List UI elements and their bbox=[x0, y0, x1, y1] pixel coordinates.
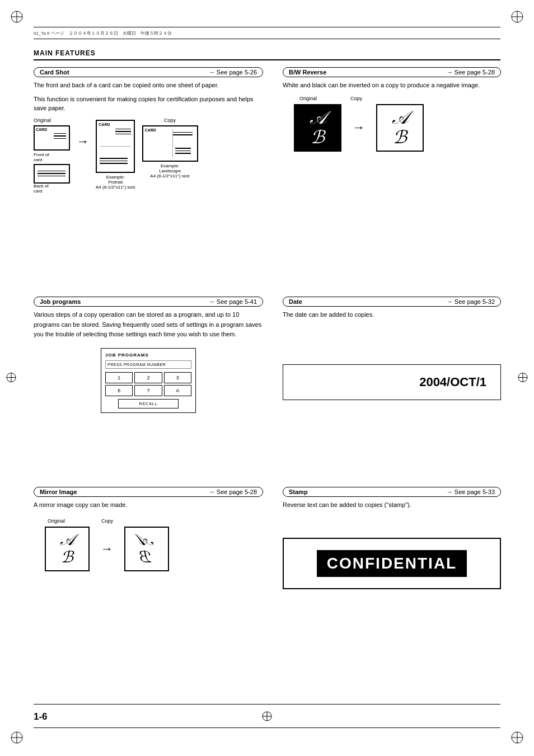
card-back bbox=[34, 164, 70, 184]
mirror-original-image: 𝒜 ℬ bbox=[45, 527, 90, 571]
mirror-image-title-bar: Mirror Image → See page 5-28 bbox=[34, 487, 263, 497]
card-shot-feature: Card Shot → See page 5-26 The front and … bbox=[34, 67, 263, 194]
job-programs-feature: Job programs → See page 5-41 Various ste… bbox=[34, 297, 263, 413]
copy-label-landscape: Copy bbox=[164, 118, 176, 123]
page-container: 01_Ta 6 ページ ２００４年１０月２６日 火曜日 午後５時２４分 MAIN… bbox=[0, 0, 534, 756]
card-shot-title-bar: Card Shot → See page 5-26 bbox=[34, 67, 263, 77]
jp-btn-7[interactable]: 7 bbox=[134, 385, 162, 396]
bw-reverse-desc: White and black can be inverted on a cop… bbox=[283, 81, 501, 90]
mirror-orig-b: ℬ bbox=[61, 549, 73, 566]
job-programs-title-bar: Job programs → See page 5-41 bbox=[34, 297, 263, 307]
jp-btn-1[interactable]: 1 bbox=[105, 372, 133, 383]
job-programs-page-ref: → See page 5-41 bbox=[209, 298, 257, 305]
card-shot-desc1: The front and back of a card can be copi… bbox=[34, 81, 263, 90]
section-title: MAIN FEATURES bbox=[34, 49, 96, 57]
side-mark-left bbox=[6, 372, 17, 384]
bw-copy-a: 𝒜 bbox=[392, 108, 408, 128]
mirror-copy-b: ℬ bbox=[140, 549, 153, 566]
corner-mark-br bbox=[510, 731, 524, 746]
card-shot-diagram: Original CARD Front ofcard bbox=[34, 118, 263, 194]
date-title: Date bbox=[289, 298, 302, 305]
job-programs-title: Job programs bbox=[40, 298, 81, 305]
mirror-image-desc: A mirror image copy can be made. bbox=[34, 500, 263, 510]
bw-copy-label: Copy bbox=[350, 96, 362, 101]
header-bar: 01_Ta 6 ページ ２００４年１０月２６日 火曜日 午後５時２４分 bbox=[34, 27, 500, 39]
job-programs-screen: JOB PROGRAMS PRESS PROGRAM NUMBER 1 2 3 … bbox=[101, 348, 196, 413]
example-landscape: Example:LandscapeA4 (8-1/2"x11") size bbox=[150, 163, 190, 179]
original-label: Original bbox=[34, 118, 51, 123]
section-divider bbox=[34, 59, 500, 60]
jp-btn-3[interactable]: 3 bbox=[164, 372, 191, 383]
bw-copy-image: 𝒜 ℬ bbox=[376, 104, 424, 152]
bw-reverse-title: B/W Reverse bbox=[289, 69, 326, 76]
stamp-title: Stamp bbox=[289, 489, 308, 495]
mirror-copy-label: Copy bbox=[101, 518, 113, 524]
bw-images: 𝒜 ℬ → 𝒜 ℬ bbox=[283, 104, 501, 152]
stamp-page-ref: → See page 5-33 bbox=[447, 489, 495, 495]
arrow-to-copy: → bbox=[77, 118, 89, 149]
copy-portrait-card: CARD bbox=[96, 120, 135, 173]
jp-recall-btn[interactable]: RECALL bbox=[118, 399, 179, 408]
job-programs-desc: Various steps of a copy operation can be… bbox=[34, 310, 263, 340]
bw-original-a: 𝒜 bbox=[310, 108, 326, 128]
date-feature: Date → See page 5-32 The date can be add… bbox=[283, 297, 501, 400]
mirror-images: 𝒜 ℬ → 𝒜 ℬ bbox=[34, 527, 263, 571]
mirror-labels: Original Copy bbox=[34, 518, 263, 524]
card-shot-page-ref: → See page 5-26 bbox=[209, 69, 257, 76]
corner-mark-bl bbox=[10, 731, 24, 746]
mirror-image-title: Mirror Image bbox=[40, 489, 77, 495]
bw-reverse-feature: B/W Reverse → See page 5-28 White and bl… bbox=[283, 67, 501, 152]
page-number: 1-6 bbox=[34, 711, 48, 722]
mirror-arrow-icon: → bbox=[101, 542, 113, 556]
confidential-box: CONFIDENTIAL bbox=[283, 538, 501, 589]
bottom-line-bottom bbox=[34, 727, 500, 729]
bw-original-b: ℬ bbox=[311, 128, 325, 147]
jp-btn-6[interactable]: 6 bbox=[105, 385, 133, 396]
mirror-diagram: Original Copy 𝒜 ℬ → 𝒜 ℬ bbox=[34, 518, 263, 571]
mirror-image-page-ref: → See page 5-28 bbox=[209, 489, 257, 495]
confidential-stamp: CONFIDENTIAL bbox=[317, 550, 467, 577]
front-of-card-label: Front ofcard bbox=[34, 152, 49, 162]
jp-recall-wrap: RECALL bbox=[105, 399, 191, 408]
stamp-title-bar: Stamp → See page 5-33 bbox=[283, 487, 501, 497]
bw-original-label: Original bbox=[299, 96, 317, 101]
date-desc: The date can be added to copies. bbox=[283, 310, 501, 320]
card-text: CARD bbox=[36, 128, 47, 132]
copy-landscape-group: Copy CARD Example:LandscapeA4 (8- bbox=[142, 118, 198, 179]
bottom-line-top bbox=[34, 704, 500, 705]
bottom-center-mark bbox=[261, 711, 273, 724]
card-shot-desc2: This function is convenient for making c… bbox=[34, 95, 263, 113]
corner-mark-tr bbox=[510, 10, 524, 25]
bw-labels: Original Copy bbox=[283, 96, 501, 101]
stamp-desc: Reverse text can be added to copies ("st… bbox=[283, 500, 501, 510]
date-display-text: 2004/OCT/1 bbox=[419, 375, 486, 389]
mirror-orig-a: 𝒜 bbox=[60, 532, 74, 549]
bw-original-image: 𝒜 ℬ bbox=[294, 104, 341, 152]
jp-screen-subtitle: PRESS PROGRAM NUMBER bbox=[105, 360, 191, 369]
back-of-card-label: Back ofcard bbox=[34, 184, 49, 194]
confidential-text: CONFIDENTIAL bbox=[327, 555, 457, 572]
bw-reverse-title-bar: B/W Reverse → See page 5-28 bbox=[283, 67, 501, 77]
jp-btn-2[interactable]: 2 bbox=[134, 372, 162, 383]
copy-portrait-group: CARD Example:PortraitA4 (8-1/2"x11") si bbox=[96, 118, 135, 190]
date-title-bar: Date → See page 5-32 bbox=[283, 297, 501, 307]
date-display-box: 2004/OCT/1 bbox=[283, 364, 501, 400]
mirror-copy-a: 𝒜 bbox=[140, 532, 153, 549]
bw-reverse-page-ref: → See page 5-28 bbox=[447, 69, 495, 76]
jp-buttons-grid: 1 2 3 6 7 A bbox=[105, 372, 191, 396]
bw-diagram: Original Copy 𝒜 ℬ → 𝒜 ℬ bbox=[283, 96, 501, 152]
jp-btn-a[interactable]: A bbox=[164, 385, 191, 396]
stamp-feature: Stamp → See page 5-33 Reverse text can b… bbox=[283, 487, 501, 589]
bw-copy-b: ℬ bbox=[393, 128, 407, 147]
example-portrait: Example:PortraitA4 (8-1/2"x11") size bbox=[96, 175, 135, 190]
mirror-image-feature: Mirror Image → See page 5-28 A mirror im… bbox=[34, 487, 263, 571]
copy-landscape-card: CARD bbox=[142, 125, 198, 162]
original-group: Original CARD Front ofcard bbox=[34, 118, 70, 194]
header-meta-text: 01_Ta 6 ページ ２００４年１０月２６日 火曜日 午後５時２４分 bbox=[34, 30, 172, 36]
mirror-copy-image: 𝒜 ℬ bbox=[124, 527, 169, 571]
corner-mark-tl bbox=[10, 10, 24, 25]
mirror-original-label: Original bbox=[48, 518, 65, 524]
arrow-icon: → bbox=[77, 134, 89, 149]
card-shot-title: Card Shot bbox=[40, 69, 69, 76]
date-page-ref: → See page 5-32 bbox=[447, 298, 495, 305]
